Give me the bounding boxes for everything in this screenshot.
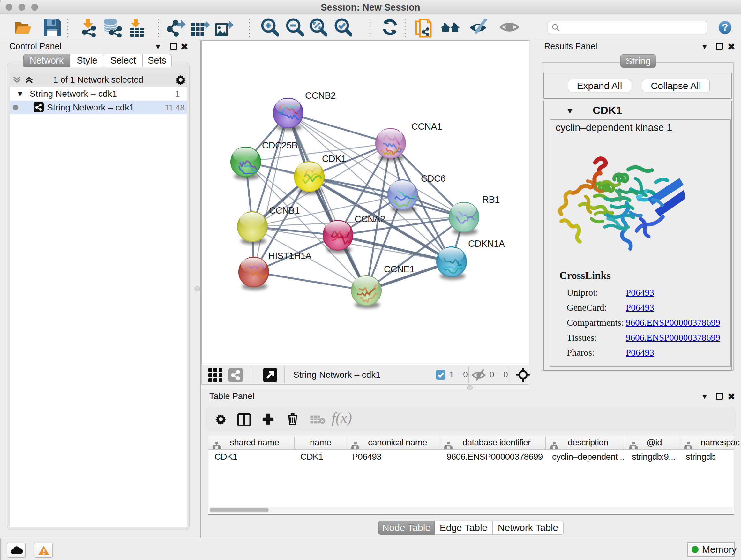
svg-text:CDC6: CDC6 [421, 173, 446, 184]
svg-text:CDK1: CDK1 [322, 153, 346, 164]
svg-text:CCNA1: CCNA1 [411, 121, 442, 132]
svg-text:HIST1H1A: HIST1H1A [268, 251, 312, 261]
svg-text:CDC25B: CDC25B [262, 140, 297, 150]
svg-text:CDKN1A: CDKN1A [468, 239, 505, 249]
svg-text:CCNA2: CCNA2 [354, 214, 385, 224]
svg-text:RB1: RB1 [482, 194, 500, 205]
svg-text:CCNB1: CCNB1 [269, 205, 300, 215]
svg-text:CCNE1: CCNE1 [384, 264, 414, 274]
svg-text:CCNB2: CCNB2 [305, 90, 336, 101]
